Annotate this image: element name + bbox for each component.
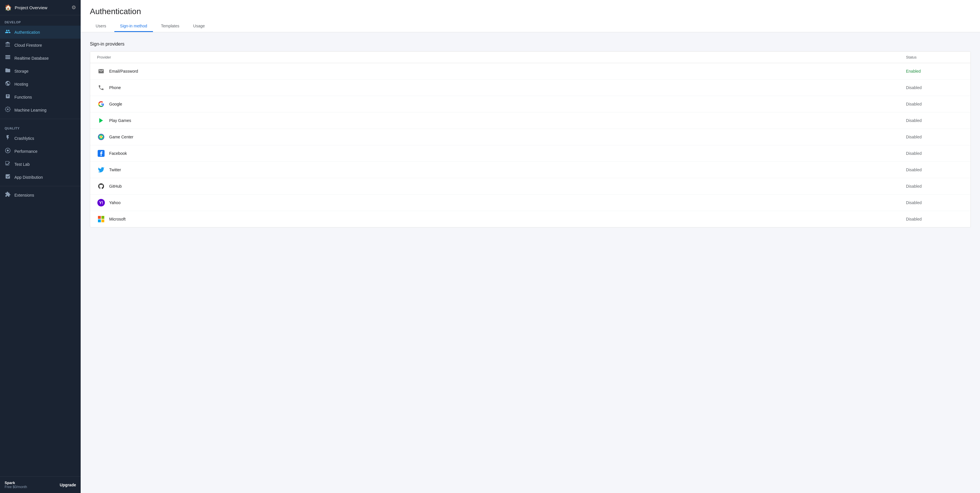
- table-row[interactable]: Facebook Disabled: [90, 145, 970, 162]
- sidebar-item-label: Crashlytics: [14, 136, 34, 141]
- content-header: Authentication Users Sign-in method Temp…: [81, 0, 980, 32]
- table-row[interactable]: Microsoft Disabled: [90, 211, 970, 227]
- provider-cell-twitter: Twitter: [97, 166, 906, 174]
- provider-name: Twitter: [109, 168, 121, 172]
- sidebar-item-label: Hosting: [14, 82, 28, 86]
- sidebar-divider-2: [0, 186, 81, 186]
- sidebar-item-label: Storage: [14, 69, 29, 73]
- svg-point-3: [7, 109, 9, 110]
- github-icon: [97, 182, 105, 190]
- microsoft-icon: [97, 215, 105, 223]
- sidebar-item-functions[interactable]: Functions: [0, 91, 81, 104]
- sidebar-item-hosting[interactable]: Hosting: [0, 78, 81, 91]
- tab-usage[interactable]: Usage: [188, 21, 211, 32]
- svg-rect-2: [5, 58, 10, 59]
- sidebar-item-machine-learning[interactable]: Machine Learning: [0, 104, 81, 116]
- plan-info: Spark Free $0/month: [5, 480, 27, 489]
- svg-point-9: [99, 136, 100, 137]
- settings-icon[interactable]: ⚙: [72, 4, 76, 11]
- tab-templates[interactable]: Templates: [155, 21, 185, 32]
- realtime-database-icon: [5, 54, 11, 62]
- provider-cell-google: Google: [97, 100, 906, 108]
- provider-name: Game Center: [109, 135, 134, 139]
- table-row[interactable]: Game Center Disabled: [90, 129, 970, 145]
- sidebar-item-label: Test Lab: [14, 162, 30, 167]
- tab-bar: Users Sign-in method Templates Usage: [90, 21, 971, 32]
- quality-section-label: Quality: [0, 121, 81, 132]
- sidebar-item-cloud-firestore[interactable]: Cloud Firestore: [0, 38, 81, 52]
- provider-cell-yahoo: Y! Yahoo: [97, 199, 906, 207]
- sidebar-item-label: Authentication: [14, 30, 40, 35]
- email-icon: [97, 67, 105, 75]
- page-title: Authentication: [90, 7, 971, 16]
- provider-name: Yahoo: [109, 200, 121, 205]
- provider-cell-phone: Phone: [97, 84, 906, 92]
- sidebar-item-label: Extensions: [14, 193, 34, 198]
- sidebar: 🏠 Project Overview ⚙ Develop Authenticat…: [0, 0, 81, 493]
- sidebar-item-storage[interactable]: Storage: [0, 65, 81, 78]
- develop-section-label: Develop: [0, 15, 81, 26]
- table-row[interactable]: GitHub Disabled: [90, 178, 970, 195]
- sidebar-item-label: Functions: [14, 95, 32, 99]
- main-content: Authentication Users Sign-in method Temp…: [81, 0, 980, 493]
- table-row[interactable]: Y! Yahoo Disabled: [90, 195, 970, 211]
- table-header: Provider Status: [90, 52, 970, 63]
- hosting-icon: [5, 80, 11, 88]
- status-cell: Disabled: [906, 118, 964, 123]
- sidebar-item-realtime-database[interactable]: Realtime Database: [0, 52, 81, 65]
- section-title: Sign-in providers: [90, 41, 971, 47]
- table-row[interactable]: Phone Disabled: [90, 80, 970, 96]
- column-header-status: Status: [906, 55, 964, 59]
- sidebar-item-app-distribution[interactable]: App Distribution: [0, 171, 81, 183]
- provider-cell-play-games: Play Games: [97, 116, 906, 124]
- facebook-icon: [97, 149, 105, 157]
- provider-name: Play Games: [109, 118, 131, 123]
- upgrade-button[interactable]: Upgrade: [60, 483, 76, 487]
- crashlytics-icon: [5, 135, 11, 142]
- svg-point-11: [100, 137, 102, 139]
- sidebar-item-label: Performance: [14, 149, 37, 154]
- home-icon[interactable]: 🏠: [5, 4, 12, 11]
- sidebar-item-performance[interactable]: Performance: [0, 145, 81, 158]
- table-row[interactable]: Twitter Disabled: [90, 162, 970, 178]
- tab-users[interactable]: Users: [90, 21, 112, 32]
- sidebar-header: 🏠 Project Overview ⚙: [0, 0, 81, 15]
- status-cell: Disabled: [906, 217, 964, 222]
- content-body: Sign-in providers Provider Status Email/…: [81, 32, 980, 493]
- machine-learning-icon: [5, 106, 11, 113]
- performance-icon: [5, 148, 11, 155]
- sidebar-item-crashlytics[interactable]: Crashlytics: [0, 132, 81, 145]
- phone-icon: [97, 84, 105, 92]
- provider-cell-game-center: Game Center: [97, 133, 906, 141]
- sidebar-item-label: Cloud Firestore: [14, 43, 42, 48]
- svg-point-10: [102, 136, 103, 137]
- storage-icon: [5, 67, 11, 75]
- twitter-icon: [97, 166, 105, 174]
- sidebar-item-label: Machine Learning: [14, 108, 46, 112]
- sidebar-item-extensions[interactable]: Extensions: [0, 188, 81, 201]
- status-cell: Disabled: [906, 151, 964, 156]
- plan-price: Free $0/month: [5, 485, 27, 489]
- provider-name: Phone: [109, 85, 121, 90]
- yahoo-icon: Y!: [97, 199, 105, 207]
- status-cell: Enabled: [906, 69, 964, 73]
- table-row[interactable]: Play Games Disabled: [90, 112, 970, 129]
- app-distribution-icon: [5, 174, 11, 181]
- play-games-icon: [97, 116, 105, 124]
- provider-cell-facebook: Facebook: [97, 149, 906, 157]
- sidebar-header-left: 🏠 Project Overview: [5, 4, 47, 11]
- svg-rect-1: [5, 57, 10, 57]
- table-row[interactable]: Email/Password Enabled: [90, 63, 970, 80]
- sidebar-item-test-lab[interactable]: Test Lab: [0, 158, 81, 171]
- status-cell: Disabled: [906, 184, 964, 188]
- table-row[interactable]: Google Disabled: [90, 96, 970, 112]
- tab-sign-in-method[interactable]: Sign-in method: [115, 21, 153, 32]
- project-title[interactable]: Project Overview: [15, 5, 47, 10]
- test-lab-icon: [5, 161, 11, 168]
- plan-name: Spark: [5, 480, 27, 485]
- sidebar-footer: Spark Free $0/month Upgrade: [0, 476, 81, 493]
- provider-cell-email: Email/Password: [97, 67, 906, 75]
- sidebar-item-authentication[interactable]: Authentication: [0, 26, 81, 38]
- provider-name: Email/Password: [109, 69, 138, 73]
- status-cell: Disabled: [906, 85, 964, 90]
